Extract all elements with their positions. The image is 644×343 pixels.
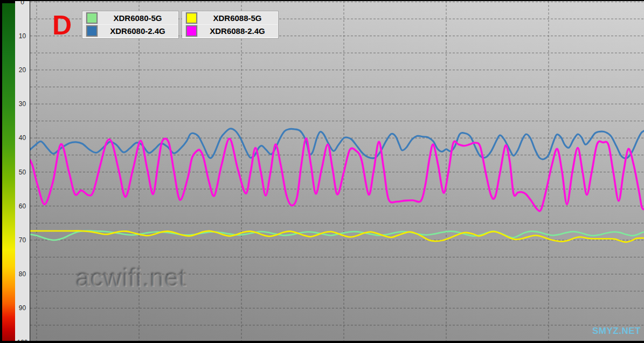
y-axis-label: 30 bbox=[15, 101, 30, 107]
watermark-acwifi: acwifi.net bbox=[77, 263, 188, 293]
legend-panel-right: XDR6088-5G XDR6088-2.4G bbox=[182, 11, 278, 38]
legend-item-xdr6080-24g[interactable]: XDR6080-2.4G bbox=[83, 25, 178, 37]
legend-panel-left: XDR6080-5G XDR6080-2.4G bbox=[82, 11, 178, 38]
frame-edge-left bbox=[0, 0, 2, 343]
legend-item-xdr6088-5g[interactable]: XDR6088-5G bbox=[183, 12, 278, 24]
legend-swatch-icon bbox=[186, 12, 197, 24]
legend-item-label: XDR6088-2.4G bbox=[197, 26, 278, 36]
y-axis-label: 60 bbox=[15, 203, 30, 209]
legend-item-label: XDR6088-5G bbox=[197, 13, 278, 23]
y-axis-label: 20 bbox=[15, 67, 30, 73]
series-line-XDR6080-2.4G bbox=[30, 129, 644, 159]
legend-swatch-icon bbox=[186, 25, 197, 37]
y-axis-label: 40 bbox=[15, 135, 30, 141]
legend-item-xdr6080-5g[interactable]: XDR6080-5G bbox=[83, 12, 178, 24]
legend-swatch-icon bbox=[86, 25, 98, 37]
annotation-label-d: D bbox=[52, 12, 72, 39]
y-axis-label: 80 bbox=[15, 271, 30, 277]
legend-item-label: XDR6080-5G bbox=[98, 13, 178, 23]
frame-edge-top bbox=[0, 0, 644, 1]
y-axis-label: 10 bbox=[15, 33, 30, 39]
series-line-XDR6080-5G bbox=[30, 231, 644, 240]
legend-item-xdr6088-24g[interactable]: XDR6088-2.4G bbox=[183, 25, 278, 37]
plot-area: acwifi.net SMYZ.NET bbox=[30, 1, 644, 341]
watermark-smyz: SMYZ.NET bbox=[592, 326, 641, 337]
legend-swatch-icon bbox=[86, 12, 98, 24]
y-axis: 0102030405060708090100 bbox=[15, 0, 30, 341]
wifi-attenuation-chart-screenshot: 0102030405060708090100 acwifi.net SMYZ.N… bbox=[0, 0, 644, 343]
signal-strength-gradient-bar bbox=[2, 3, 15, 341]
y-axis-label: 90 bbox=[15, 305, 30, 311]
frame-edge-bottom bbox=[0, 341, 644, 343]
series-line-XDR6088-5G bbox=[30, 231, 644, 242]
legend-item-label: XDR6080-2.4G bbox=[98, 26, 178, 36]
y-axis-label: 50 bbox=[15, 169, 30, 176]
series-line-XDR6088-2.4G bbox=[30, 138, 644, 211]
y-axis-label: 70 bbox=[15, 237, 30, 243]
